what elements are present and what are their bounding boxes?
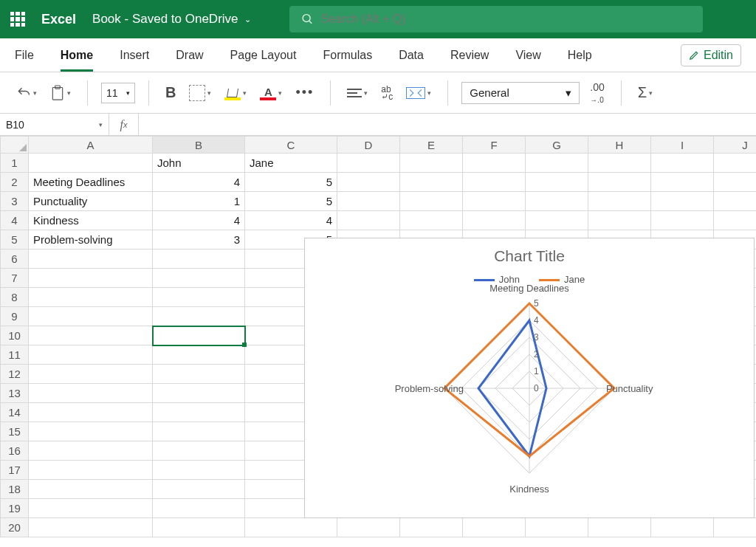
cell-B3[interactable]: 1 [153, 192, 245, 211]
cell-J3[interactable] [714, 192, 757, 211]
cell-C20[interactable] [245, 518, 337, 537]
undo-button[interactable]: ▾ [13, 83, 40, 103]
tab-review[interactable]: Review [450, 49, 489, 62]
cell-B9[interactable] [153, 307, 245, 326]
paste-button[interactable]: ▾ [47, 81, 74, 105]
autosum-button[interactable]: Σ ▾ [635, 81, 656, 104]
cell-G2[interactable] [526, 173, 588, 192]
column-header-F[interactable]: F [463, 137, 526, 154]
cell-J4[interactable] [714, 211, 757, 230]
cell-C2[interactable]: 5 [245, 173, 337, 192]
column-header-B[interactable]: B [153, 137, 245, 154]
cell-A1[interactable] [29, 154, 153, 173]
row-header-14[interactable]: 14 [1, 403, 29, 422]
more-formatting-button[interactable]: ••• [292, 82, 317, 103]
cell-F1[interactable] [463, 154, 526, 173]
cell-I3[interactable] [651, 192, 714, 211]
chart-title[interactable]: Chart Title [305, 247, 754, 265]
row-header-18[interactable]: 18 [1, 480, 29, 499]
number-format-select[interactable]: General ▾ [461, 82, 580, 104]
row-header-13[interactable]: 13 [1, 384, 29, 403]
cell-F2[interactable] [463, 173, 526, 192]
cell-B1[interactable]: John [153, 154, 245, 173]
column-header-J[interactable]: J [714, 137, 757, 154]
row-header-10[interactable]: 10 [1, 326, 29, 345]
cell-B14[interactable] [153, 403, 245, 422]
row-header-4[interactable]: 4 [1, 211, 29, 230]
cell-F20[interactable] [463, 518, 526, 537]
alignment-button[interactable]: ▾ [344, 86, 371, 100]
cell-B2[interactable]: 4 [153, 173, 245, 192]
tab-help[interactable]: Help [568, 49, 592, 62]
cell-I2[interactable] [651, 173, 714, 192]
cell-B13[interactable] [153, 384, 245, 403]
row-header-2[interactable]: 2 [1, 173, 29, 192]
decimal-button[interactable]: .00→.0 [587, 78, 607, 108]
cell-A15[interactable] [29, 422, 153, 441]
tab-view[interactable]: View [515, 49, 540, 62]
cell-D20[interactable] [337, 518, 400, 537]
row-header-20[interactable]: 20 [1, 518, 29, 537]
cell-B18[interactable] [153, 480, 245, 499]
bold-button[interactable]: B [162, 81, 179, 104]
cell-D1[interactable] [337, 154, 400, 173]
column-header-H[interactable]: H [588, 137, 651, 154]
cell-F3[interactable] [463, 192, 526, 211]
cell-A9[interactable] [29, 307, 153, 326]
column-header-C[interactable]: C [245, 137, 337, 154]
row-header-17[interactable]: 17 [1, 461, 29, 480]
name-box[interactable]: B10 ▾ [0, 114, 109, 135]
row-header-7[interactable]: 7 [1, 269, 29, 288]
tab-page-layout[interactable]: Page Layout [230, 49, 297, 62]
row-header-5[interactable]: 5 [1, 230, 29, 250]
merge-button[interactable]: ▾ [403, 84, 434, 102]
cell-B11[interactable] [153, 345, 245, 365]
cell-E2[interactable] [400, 173, 463, 192]
column-header-G[interactable]: G [526, 137, 588, 154]
cell-J20[interactable] [714, 518, 757, 537]
cell-A14[interactable] [29, 403, 153, 422]
cell-I1[interactable] [651, 154, 714, 173]
row-header-19[interactable]: 19 [1, 499, 29, 518]
cell-A2[interactable]: Meeting Deadlines [29, 173, 153, 192]
cell-A8[interactable] [29, 288, 153, 307]
row-header-9[interactable]: 9 [1, 307, 29, 326]
cell-A19[interactable] [29, 499, 153, 518]
cell-A5[interactable]: Problem-solving [29, 230, 153, 250]
tab-data[interactable]: Data [399, 49, 424, 62]
cell-H1[interactable] [588, 154, 651, 173]
tab-draw[interactable]: Draw [176, 49, 203, 62]
cell-B8[interactable] [153, 288, 245, 307]
cell-G4[interactable] [526, 211, 588, 230]
wrap-text-button[interactable]: ab⤶c [378, 83, 396, 103]
tab-insert[interactable]: Insert [120, 49, 149, 62]
tab-home[interactable]: Home [61, 49, 93, 72]
fill-color-button[interactable]: ▾ [221, 83, 250, 103]
cell-G1[interactable] [526, 154, 588, 173]
column-header-E[interactable]: E [400, 137, 463, 154]
cell-F4[interactable] [463, 211, 526, 230]
cell-A17[interactable] [29, 461, 153, 480]
cell-D4[interactable] [337, 211, 400, 230]
cell-A6[interactable] [29, 250, 153, 269]
cell-B5[interactable]: 3 [153, 230, 245, 250]
cell-E3[interactable] [400, 192, 463, 211]
search-input[interactable] [321, 13, 691, 26]
chart-object[interactable]: Chart Title JohnJane Meeting DeadlinesPu… [304, 238, 755, 518]
column-header-D[interactable]: D [337, 137, 400, 154]
editing-mode-button[interactable]: Editin [681, 44, 741, 66]
cell-G3[interactable] [526, 192, 588, 211]
row-header-3[interactable]: 3 [1, 192, 29, 211]
cell-B19[interactable] [153, 499, 245, 518]
cell-D2[interactable] [337, 173, 400, 192]
cell-H2[interactable] [588, 173, 651, 192]
cell-A3[interactable]: Punctuality [29, 192, 153, 211]
cell-B6[interactable] [153, 250, 245, 269]
cell-H20[interactable] [588, 518, 651, 537]
cell-C4[interactable]: 4 [245, 211, 337, 230]
cell-A16[interactable] [29, 441, 153, 461]
cell-E20[interactable] [400, 518, 463, 537]
row-header-11[interactable]: 11 [1, 345, 29, 365]
cell-C3[interactable]: 5 [245, 192, 337, 211]
cell-A7[interactable] [29, 269, 153, 288]
